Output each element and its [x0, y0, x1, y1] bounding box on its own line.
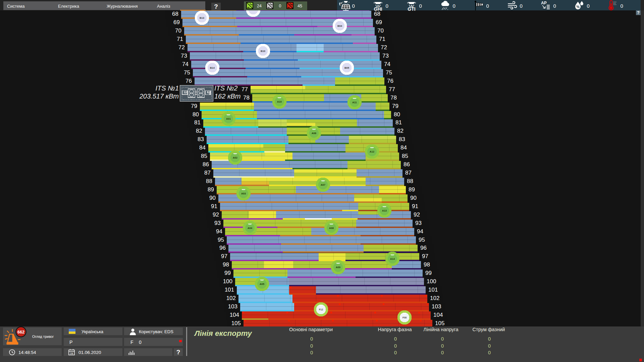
svg-text:93: 93 [415, 220, 422, 226]
svg-text:89: 89 [208, 186, 214, 193]
svg-text:82: 82 [196, 128, 202, 134]
svg-text:103: 103 [228, 303, 237, 310]
svg-text:0: 0 [620, 3, 623, 9]
svg-text:96: 96 [219, 245, 226, 251]
svg-text:84: 84 [400, 144, 407, 151]
svg-text:t°: t° [339, 2, 342, 6]
svg-text:A09: A09 [336, 266, 340, 269]
svg-text:68: 68 [172, 11, 178, 17]
svg-text:80: 80 [193, 111, 199, 118]
svg-text:71: 71 [379, 36, 385, 42]
svg-text:70: 70 [377, 27, 384, 34]
svg-text:95: 95 [419, 237, 425, 243]
svg-text:79: 79 [392, 103, 398, 109]
svg-text:86: 86 [404, 161, 410, 168]
svg-text:68: 68 [374, 11, 380, 17]
svg-text:?: ? [214, 3, 218, 10]
svg-text:97: 97 [221, 253, 227, 259]
svg-text:B14: B14 [210, 66, 215, 69]
svg-text:A12: A12 [370, 150, 374, 153]
svg-text:78: 78 [243, 95, 250, 101]
svg-text:104: 104 [433, 312, 443, 318]
svg-text:100: 100 [427, 278, 436, 285]
svg-text:85: 85 [201, 153, 207, 159]
svg-text:98: 98 [424, 261, 430, 268]
svg-text:F08: F08 [402, 316, 407, 319]
svg-text:75: 75 [184, 69, 190, 76]
svg-text:102: 102 [226, 295, 236, 301]
svg-text:A11: A11 [352, 101, 357, 104]
svg-text:87: 87 [405, 170, 412, 176]
svg-text:77: 77 [241, 86, 248, 93]
svg-text:A04: A04 [248, 227, 253, 230]
svg-text:90: 90 [209, 195, 216, 201]
svg-text:99: 99 [224, 270, 231, 276]
svg-text:B13: B13 [200, 16, 204, 19]
svg-text:662: 662 [17, 330, 24, 335]
svg-text:88: 88 [407, 178, 413, 184]
svg-text:A03: A03 [241, 192, 246, 195]
svg-text:70: 70 [175, 27, 181, 34]
svg-text:0: 0 [385, 3, 388, 9]
svg-text:A05: A05 [260, 283, 264, 286]
svg-text:95: 95 [218, 237, 224, 243]
svg-text:GHI: GHI [374, 6, 382, 12]
svg-text:92: 92 [213, 212, 219, 218]
svg-text:94: 94 [417, 228, 423, 235]
svg-text:84: 84 [199, 144, 206, 151]
svg-text:82: 82 [397, 128, 404, 134]
svg-text:101: 101 [225, 287, 234, 293]
svg-text:A06: A06 [312, 132, 316, 135]
svg-text:91: 91 [412, 203, 418, 209]
svg-text:101: 101 [428, 287, 438, 293]
svg-text:A13: A13 [382, 209, 387, 212]
svg-text:0: 0 [352, 3, 355, 9]
svg-text:104: 104 [230, 312, 239, 318]
svg-text:77: 77 [389, 86, 395, 93]
svg-text:72: 72 [381, 44, 387, 51]
svg-text:74: 74 [182, 61, 189, 67]
svg-text:90: 90 [410, 195, 417, 201]
svg-text:79: 79 [191, 103, 197, 109]
svg-text:97: 97 [422, 253, 428, 259]
svg-text:69: 69 [376, 19, 382, 25]
svg-text:98: 98 [223, 261, 229, 268]
svg-text:88: 88 [206, 178, 212, 184]
svg-text:B10: B10 [261, 50, 265, 53]
svg-text:AP: AP [541, 1, 547, 5]
svg-text:93: 93 [214, 220, 221, 226]
svg-text:100: 100 [223, 278, 232, 285]
svg-text:83: 83 [399, 136, 405, 142]
svg-text:92: 92 [414, 212, 420, 218]
svg-text:91: 91 [211, 203, 217, 209]
svg-text:80: 80 [394, 111, 400, 118]
svg-text:B05: B05 [344, 66, 349, 69]
svg-text:0: 0 [419, 3, 422, 9]
svg-text:96: 96 [420, 245, 427, 251]
svg-text:105: 105 [435, 320, 444, 326]
svg-text:81: 81 [194, 119, 201, 126]
svg-text:A10: A10 [277, 100, 282, 103]
svg-text:102: 102 [430, 295, 439, 301]
svg-text:87: 87 [204, 170, 211, 176]
svg-text:A02: A02 [233, 156, 237, 159]
svg-text:99: 99 [425, 270, 432, 276]
svg-text:72: 72 [178, 44, 185, 51]
svg-text:73: 73 [382, 53, 389, 59]
svg-text:B04: B04 [337, 24, 342, 27]
svg-text:A07: A07 [321, 183, 325, 186]
svg-text:0: 0 [553, 3, 556, 9]
svg-text:45: 45 [298, 4, 302, 8]
svg-text:%: % [576, 5, 580, 9]
svg-text:81: 81 [395, 119, 402, 126]
svg-text:0: 0 [452, 3, 455, 9]
svg-text:78: 78 [390, 95, 397, 101]
svg-text:75: 75 [386, 69, 392, 76]
svg-text:74: 74 [384, 61, 390, 67]
svg-text:94: 94 [216, 228, 222, 235]
svg-text:GTI: GTI [408, 6, 415, 12]
svg-text:71: 71 [177, 36, 183, 42]
svg-text:0: 0 [486, 3, 489, 9]
svg-text:28: 28 [70, 352, 73, 355]
svg-text:83: 83 [198, 136, 204, 142]
